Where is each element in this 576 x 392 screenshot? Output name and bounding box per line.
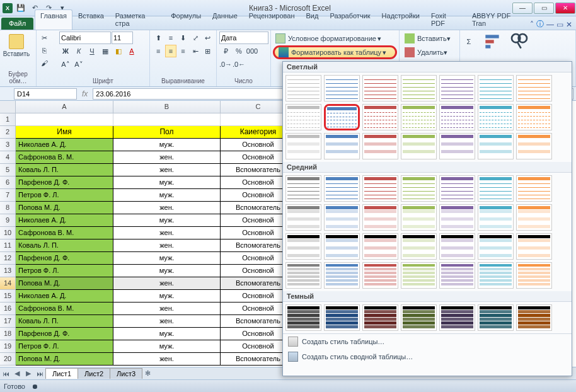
row-header-1[interactable]: 1 xyxy=(0,113,16,126)
grow-font-icon[interactable]: A˄ xyxy=(59,58,72,71)
table-style-swatch[interactable] xyxy=(401,204,437,231)
sheet-nav-prev[interactable]: ◀ xyxy=(11,369,23,378)
tab-Вид[interactable]: Вид xyxy=(301,9,325,30)
data-cell[interactable]: муж. xyxy=(113,176,221,189)
row-header-16[interactable]: 16 xyxy=(0,303,16,315)
table-style-swatch[interactable] xyxy=(478,204,514,231)
table-style-swatch[interactable] xyxy=(516,104,552,130)
data-cell[interactable]: Коваль Л. П. xyxy=(16,315,113,328)
delete-cells-button[interactable]: Удалить▾ xyxy=(402,45,457,59)
bold-icon[interactable]: Ж xyxy=(59,45,72,57)
sort-filter-icon[interactable] xyxy=(482,32,502,52)
table-style-swatch[interactable] xyxy=(478,304,514,331)
table-style-swatch[interactable] xyxy=(401,304,437,331)
table-style-swatch[interactable] xyxy=(362,133,398,159)
table-style-swatch[interactable] xyxy=(401,175,437,202)
row-header-10[interactable]: 10 xyxy=(0,227,16,239)
file-tab[interactable]: Файл xyxy=(1,18,33,30)
tab-Foxit PDF[interactable]: Foxit PDF xyxy=(425,9,466,30)
table-style-swatch[interactable] xyxy=(362,104,398,130)
table-style-swatch[interactable] xyxy=(285,262,321,289)
merge-icon[interactable]: ⊞ xyxy=(202,45,214,57)
data-cell[interactable]: Петров Ф. Л. xyxy=(16,189,113,202)
data-cell[interactable]: муж. xyxy=(113,340,221,353)
sheet-tab-Лист3[interactable]: Лист3 xyxy=(110,368,142,379)
indent-dec-icon[interactable]: ⇤ xyxy=(190,45,202,57)
table-style-swatch[interactable] xyxy=(516,304,552,331)
row-header-13[interactable]: 13 xyxy=(0,265,16,277)
table-style-swatch[interactable] xyxy=(324,204,360,231)
data-cell[interactable]: жен. xyxy=(113,315,221,328)
italic-icon[interactable]: К xyxy=(72,45,85,57)
align-center-icon[interactable]: ≡ xyxy=(165,45,177,57)
font-color-icon[interactable]: A xyxy=(125,45,138,57)
col-header-B[interactable]: B xyxy=(113,101,221,113)
underline-icon[interactable]: Ч xyxy=(86,45,98,57)
data-cell[interactable]: жен. xyxy=(113,227,221,239)
col-header-A[interactable]: A xyxy=(16,101,113,113)
table-style-swatch[interactable] xyxy=(401,233,437,260)
close-button[interactable]: ✕ xyxy=(555,3,575,14)
table-style-swatch[interactable] xyxy=(324,104,360,130)
tab-Разработчик[interactable]: Разработчик xyxy=(324,9,376,30)
data-cell[interactable]: Сафронова В. М. xyxy=(16,227,113,239)
row-header-8[interactable]: 8 xyxy=(0,202,16,214)
find-icon[interactable] xyxy=(509,32,529,52)
table-style-swatch[interactable] xyxy=(362,175,398,202)
data-cell[interactable]: Петров Ф. Л. xyxy=(16,340,113,353)
align-right-icon[interactable]: ≡ xyxy=(177,45,189,57)
tab-Главная[interactable]: Главная xyxy=(35,9,72,30)
data-cell[interactable]: Николаев А. Д. xyxy=(16,139,113,151)
tab-Вставка[interactable]: Вставка xyxy=(72,9,110,30)
new-sheet-button[interactable]: ✻ xyxy=(142,369,153,378)
format-as-table-button[interactable]: Форматировать как таблицу▾ xyxy=(273,45,397,59)
table-style-swatch[interactable] xyxy=(324,233,360,260)
doc-restore-icon[interactable]: ▭ xyxy=(556,20,563,29)
table-style-swatch[interactable] xyxy=(324,304,360,331)
tab-Разметка стра[interactable]: Разметка стра xyxy=(110,9,165,30)
table-style-swatch[interactable] xyxy=(516,204,552,231)
data-cell[interactable]: жен. xyxy=(113,151,221,164)
row-header-9[interactable]: 9 xyxy=(0,214,16,227)
data-cell[interactable]: жен. xyxy=(113,303,221,315)
table-style-swatch[interactable] xyxy=(478,262,514,289)
table-style-swatch[interactable] xyxy=(362,233,398,260)
data-cell[interactable]: жен. xyxy=(113,239,221,252)
macro-record-icon[interactable]: ⏺ xyxy=(32,383,38,390)
row-header-3[interactable]: 3 xyxy=(0,139,16,151)
header-cell[interactable]: Пол xyxy=(113,126,221,139)
table-style-swatch[interactable] xyxy=(362,304,398,331)
data-cell[interactable]: Парфенов Д. Ф. xyxy=(16,176,113,189)
cut-icon[interactable]: ✂ xyxy=(38,32,50,44)
font-size-select[interactable] xyxy=(112,32,133,44)
data-cell[interactable]: Коваль Л. П. xyxy=(16,239,113,252)
new-table-style-button[interactable]: Создать стиль таблицы… xyxy=(283,334,572,349)
tab-Формулы[interactable]: Формулы xyxy=(165,9,207,30)
align-top-icon[interactable]: ⬆ xyxy=(153,32,164,44)
table-style-swatch[interactable] xyxy=(478,233,514,260)
sheet-nav-last[interactable]: ⏭ xyxy=(34,370,45,378)
wrap-icon[interactable]: ↩ xyxy=(202,32,214,44)
table-style-swatch[interactable] xyxy=(516,133,552,159)
data-cell[interactable]: муж. xyxy=(113,189,221,202)
dec-decimal-icon[interactable]: .0← xyxy=(233,58,245,71)
data-cell[interactable]: Николаев А. Д. xyxy=(16,214,113,227)
data-cell[interactable]: Попова М. Д. xyxy=(16,277,113,290)
data-cell[interactable]: муж. xyxy=(113,214,221,227)
table-style-swatch[interactable] xyxy=(516,175,552,202)
align-mid-icon[interactable]: ≡ xyxy=(165,32,177,44)
fx-icon[interactable]: fx xyxy=(82,89,88,98)
table-style-swatch[interactable] xyxy=(478,75,514,101)
data-cell[interactable]: муж. xyxy=(113,265,221,277)
data-cell[interactable]: муж. xyxy=(113,328,221,340)
maximize-button[interactable]: ▭ xyxy=(534,3,554,14)
save-icon[interactable]: 💾 xyxy=(15,3,26,14)
table-style-swatch[interactable] xyxy=(285,233,321,260)
sheet-tab-Лист1[interactable]: Лист1 xyxy=(45,368,78,379)
align-left-icon[interactable]: ≡ xyxy=(153,45,164,57)
border-icon[interactable]: ▦ xyxy=(99,45,112,57)
shrink-font-icon[interactable]: A˅ xyxy=(72,58,85,71)
table-style-swatch[interactable] xyxy=(401,104,437,130)
doc-min-icon[interactable]: — xyxy=(546,20,554,29)
data-cell[interactable]: Сафронова В. М. xyxy=(16,151,113,164)
